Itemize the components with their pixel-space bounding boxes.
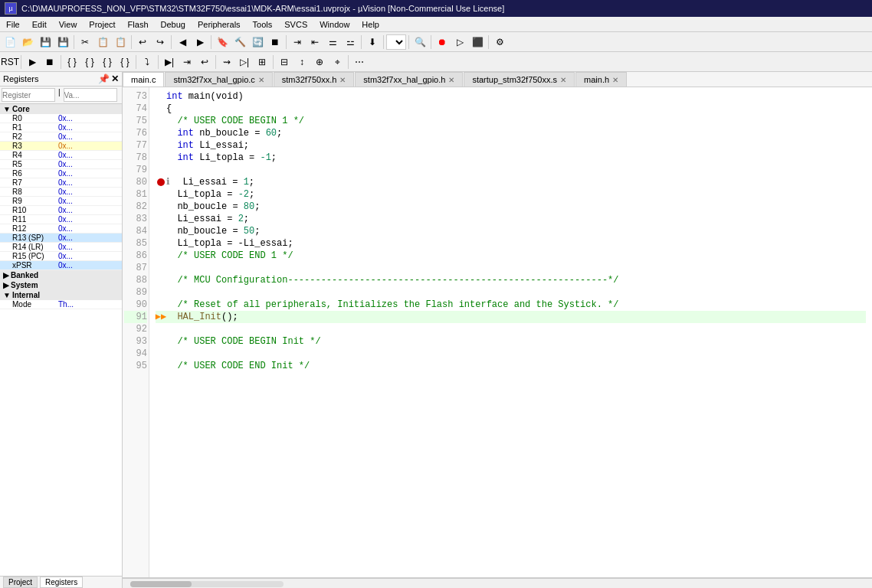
menu-window[interactable]: Window [313,18,356,31]
menu-edit[interactable]: Edit [26,18,53,31]
stop-debug-button[interactable]: ⏹ [41,54,58,70]
reg-R15[interactable]: R15 (PC)0x... [0,252,122,261]
registers-tab[interactable]: Registers [40,577,83,588]
reg-R11[interactable]: R110x... [0,215,122,224]
step-over-start[interactable]: ▶| [161,54,178,70]
tab-hal-gpio-h[interactable]: stm32f7xx_hal_gpio.h ✕ [355,72,463,87]
tab-hal-gpio-c[interactable]: stm32f7xx_hal_gpio.c ✕ [165,72,272,87]
download-button[interactable]: ⬇ [364,34,381,51]
tab-startup[interactable]: startup_stm32f750xx.s ✕ [464,72,575,87]
run-debug-button[interactable]: ▶ [24,54,41,70]
bp-col-80[interactable] [156,178,166,186]
record-button[interactable]: ⏺ [434,34,451,51]
perf-button[interactable]: ↕ [293,54,310,70]
braces1-button[interactable]: { } [64,54,80,70]
menu-peripherals[interactable]: Peripherals [192,18,247,31]
open-file-button[interactable]: 📂 [19,34,36,51]
braces4-button[interactable]: { } [116,54,133,70]
braces3-button[interactable]: { } [99,54,116,70]
cut-button[interactable]: ✂ [77,34,93,51]
save-all-button[interactable]: 💾 [54,34,71,51]
ext-btn1[interactable]: ⊕ [311,54,328,70]
reg-mode[interactable]: Mode Th... [0,300,122,309]
copy-button[interactable]: 📋 [94,34,111,51]
ext-btn2[interactable]: ⌖ [329,54,346,70]
nav-back-button[interactable]: ◀ [174,34,191,51]
tab-startup-close[interactable]: ✕ [560,76,566,84]
build-button[interactable]: 🔨 [231,34,248,51]
core-group-header[interactable]: ▼ Core [0,104,122,114]
h-scrollbar-area[interactable] [123,577,872,588]
tab-f750xx-h[interactable]: stm32f750xx.h ✕ [274,72,355,87]
debug-run-button[interactable]: ▷ [451,34,468,51]
reg-R10[interactable]: R100x... [0,206,122,215]
bp-col-91[interactable]: ▶▶ [156,311,166,323]
project-tab[interactable]: Project [3,577,38,588]
nav-fwd-button[interactable]: ▶ [192,34,208,51]
reg-R9[interactable]: R90x... [0,197,122,206]
tab-main-c[interactable]: main.c [123,72,164,87]
debug-stop-button[interactable]: ⬛ [469,34,486,51]
tab-hal-gpio-h-close[interactable]: ✕ [448,76,454,84]
internal-group-header[interactable]: ▼ Internal [0,290,122,300]
reg-R6[interactable]: R60x... [0,169,122,178]
menu-debug[interactable]: Debug [155,18,192,31]
tab-f750xx-h-close[interactable]: ✕ [339,76,346,84]
redo-button[interactable]: ↪ [152,34,169,51]
h-scrollbar-thumb[interactable] [130,581,192,587]
reg-R5[interactable]: R50x... [0,160,122,169]
indent-dec-button[interactable]: ⇤ [307,34,323,51]
bookmark-button[interactable]: 🔖 [214,34,231,51]
mem-map-button[interactable]: ⊟ [276,54,293,70]
reg-R13[interactable]: R13 (SP)0x... [0,234,122,243]
reset-button[interactable]: RST [2,54,18,70]
show-next-button[interactable]: ⇝ [218,54,235,70]
reg-R4[interactable]: R40x... [0,151,122,160]
new-file-button[interactable]: 📄 [2,34,18,51]
stop-button[interactable]: ⏹ [267,34,284,51]
menu-file[interactable]: File [0,18,26,31]
registers-pin-icon[interactable]: 📌 [98,74,110,84]
step-back-button[interactable]: ↩ [196,54,213,70]
col-align2-button[interactable]: ⚍ [342,34,359,51]
step-range-button[interactable]: ⇥ [179,54,195,70]
reg-xPSR[interactable]: xPSR0x... [0,261,122,270]
reg-R1[interactable]: R10x... [0,123,122,132]
paste-button[interactable]: 📋 [112,34,129,51]
reg-R12[interactable]: R120x... [0,224,122,234]
undo-button[interactable]: ↩ [134,34,151,51]
banked-group-header[interactable]: ▶ Banked [0,270,122,280]
menu-view[interactable]: View [53,18,84,31]
save-button[interactable]: 💾 [37,34,54,51]
reg-R2[interactable]: R20x... [0,132,122,142]
settings-button[interactable]: ⚙ [491,34,508,51]
reg-R3[interactable]: R30x... [0,142,122,151]
menu-flash[interactable]: Flash [122,18,155,31]
run-cursor-button[interactable]: ▷| [236,54,253,70]
target-select[interactable] [386,34,406,50]
reg-R14[interactable]: R14 (LR)0x... [0,243,122,252]
register-search-input[interactable] [2,88,55,102]
reg-R7[interactable]: R70x... [0,178,122,188]
system-group-header[interactable]: ▶ System [0,280,122,290]
step-into-button[interactable]: ⤵ [139,54,156,70]
search-button[interactable]: 🔍 [411,34,428,51]
more-button[interactable]: ⋯ [351,54,368,70]
braces2-button[interactable]: { } [81,54,98,70]
tab-main-h[interactable]: main.h ✕ [575,72,627,87]
indent-inc-button[interactable]: ⇥ [289,34,306,51]
code-content[interactable]: int main(void) { /* USER CODE BEGIN 1 */… [149,87,872,577]
menu-svcs[interactable]: SVCS [278,18,313,31]
menu-project[interactable]: Project [83,18,121,31]
tab-main-h-close[interactable]: ✕ [612,76,618,84]
col-align-button[interactable]: ⚌ [324,34,341,51]
rebuild-button[interactable]: 🔄 [249,34,266,51]
menu-tools[interactable]: Tools [247,18,279,31]
tab-hal-gpio-c-close[interactable]: ✕ [258,76,264,84]
reg-R0[interactable]: R00x... [0,114,122,123]
register-value-input[interactable] [64,88,117,102]
registers-close-icon[interactable]: ✕ [111,74,119,84]
show-asm-button[interactable]: ⊞ [254,54,270,70]
menu-help[interactable]: Help [356,18,385,31]
reg-R8[interactable]: R80x... [0,188,122,197]
